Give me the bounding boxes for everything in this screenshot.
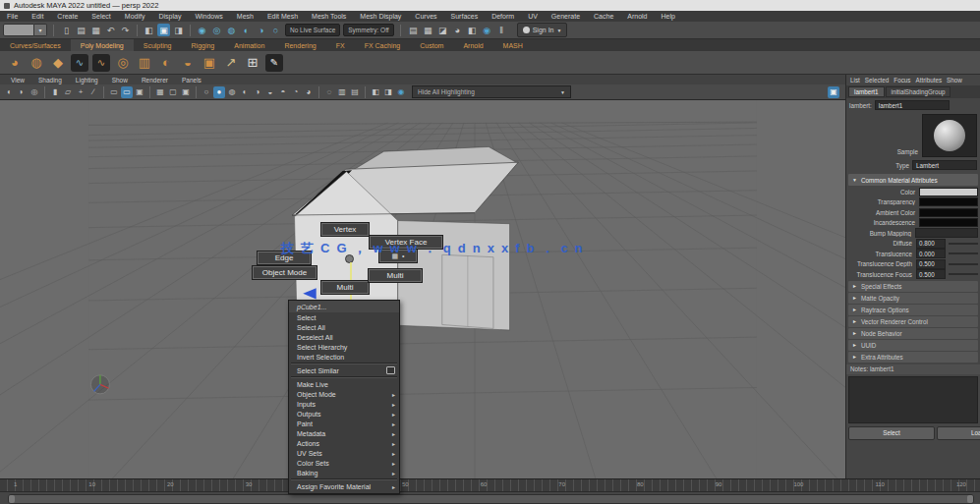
symmetry-field[interactable]: Symmetry: Off — [343, 24, 393, 36]
select-camera-icon[interactable]: ◖ — [3, 86, 15, 98]
menu-curves[interactable]: Curves — [408, 13, 443, 20]
camera-attributes-icon[interactable]: ◎ — [29, 86, 40, 98]
screen-space-ao-icon[interactable]: ◒ — [264, 86, 276, 98]
poly-gear-icon[interactable]: ◒ — [179, 54, 197, 72]
lock-camera-icon[interactable]: ◗ — [16, 86, 28, 98]
shelf-tab-curves-surfaces[interactable]: Curves/Surfaces — [0, 42, 71, 49]
viewport-dropdown[interactable]: Hide All Highlighting▼ — [412, 85, 571, 98]
section-matte-opacity[interactable]: ►Matte Opacity — [848, 293, 978, 304]
undo-icon[interactable]: ↶ — [104, 24, 117, 36]
menu-help[interactable]: Help — [655, 13, 682, 20]
use-all-lights-icon[interactable]: ◐ — [239, 86, 251, 98]
context-menu-item-outputs[interactable]: Outputs▸ — [289, 409, 399, 419]
shelf-tab-rigging[interactable]: Rigging — [182, 42, 225, 49]
attribute-field[interactable] — [915, 228, 978, 238]
context-menu-item-inputs[interactable]: Inputs▸ — [289, 399, 399, 409]
shelf-tab-rendering[interactable]: Rendering — [274, 42, 325, 49]
menu-create[interactable]: Create — [50, 13, 85, 20]
menu-surfaces[interactable]: Surfaces — [444, 13, 486, 20]
pause-icon[interactable]: ‖ — [495, 24, 508, 36]
make-object-live-icon[interactable]: ○ — [269, 24, 282, 36]
poly-sphere-icon[interactable]: ◕ — [6, 54, 24, 72]
menu-mesh-tools[interactable]: Mesh Tools — [305, 13, 353, 20]
panel-menu-lighting[interactable]: Lighting — [70, 77, 104, 84]
multi-cut-icon[interactable]: ✎ — [265, 54, 283, 72]
section-uuid[interactable]: ►UUID — [848, 340, 978, 351]
section-common-material-attributes[interactable]: ▼ Common Material Attributes — [848, 174, 978, 186]
range-slider-bar[interactable] — [8, 494, 974, 504]
section-raytrace-options[interactable]: ►Raytrace Options — [848, 305, 978, 315]
menu-select[interactable]: Select — [85, 13, 117, 20]
menu-set-selector[interactable]: ▾ — [3, 24, 47, 36]
range-slider[interactable] — [0, 491, 980, 504]
isolate-select-icon[interactable]: ◌ — [323, 86, 335, 98]
textured-icon[interactable]: ◍ — [226, 86, 238, 98]
ae-tab-initialshadinggroup[interactable]: initialShadingGroup — [886, 86, 951, 97]
context-menu-item-select[interactable]: Select — [289, 312, 399, 322]
attribute-slider[interactable] — [949, 252, 978, 254]
safe-action-icon[interactable]: ▢ — [167, 86, 179, 98]
menu-cache[interactable]: Cache — [587, 13, 620, 20]
image-plane-icon[interactable]: ▱ — [62, 86, 74, 98]
shelf-tab-custom[interactable]: Custom — [410, 42, 453, 49]
marking-menu-item-s[interactable]: Multi — [321, 281, 369, 294]
shelf-tab-sculpting[interactable]: Sculpting — [134, 42, 182, 49]
view-transform-icon[interactable]: ◉ — [395, 86, 407, 98]
menu-generate[interactable]: Generate — [545, 13, 587, 20]
heads-up-display-icon[interactable]: ▣ — [828, 86, 839, 98]
measure-tool-icon[interactable]: ↗ — [222, 54, 240, 72]
section-node-behavior[interactable]: ►Node Behavior — [848, 328, 978, 339]
poly-plane-icon[interactable]: ◆ — [49, 54, 67, 72]
new-scene-icon[interactable]: ▯ — [60, 24, 73, 36]
panel-menu-shading[interactable]: Shading — [32, 77, 68, 84]
poly-platonic-icon[interactable]: ▣ — [201, 54, 218, 72]
load-attributes-button[interactable]: Load Attributes — [937, 426, 980, 440]
panel-menu-show[interactable]: Show — [106, 77, 134, 84]
shelf-tab-fx[interactable]: FX — [326, 42, 355, 49]
option-box-icon[interactable] — [386, 366, 395, 374]
ae-menu-list[interactable]: List — [850, 77, 860, 84]
gate-mask-icon[interactable]: ▣ — [134, 86, 145, 98]
live-surface-field[interactable]: No Live Surface — [285, 24, 340, 36]
node-name-field[interactable]: lambert1 — [875, 100, 950, 110]
section-special-effects[interactable]: ►Special Effects — [848, 281, 978, 292]
context-menu-item-uv-sets[interactable]: UV Sets▸ — [289, 448, 399, 458]
context-menu-item-select-hierarchy[interactable]: Select Hierarchy — [289, 342, 399, 352]
poly-torus-icon[interactable]: ◎ — [114, 54, 132, 72]
context-menu-item-assign-favorite-material[interactable]: Assign Favorite Material▸ — [289, 481, 399, 491]
resolution-gate-icon[interactable]: ▭ — [121, 86, 133, 98]
attribute-slider[interactable] — [949, 273, 978, 275]
context-menu-item-color-sets[interactable]: Color Sets▸ — [289, 458, 399, 468]
poly-cube-icon[interactable]: ◍ — [28, 54, 45, 72]
panel-menu-view[interactable]: View — [5, 77, 30, 84]
panel-menu-renderer[interactable]: Renderer — [136, 77, 174, 84]
poly-cylinder-icon[interactable]: ▥ — [136, 54, 153, 72]
ipr-render-icon[interactable]: ◪ — [436, 24, 449, 36]
context-menu-item-invert-selection[interactable]: Invert Selection — [289, 352, 399, 362]
wireframe-icon[interactable]: ○ — [201, 86, 212, 98]
time-slider[interactable]: 1102030405060708090100110120 — [0, 478, 980, 492]
sign-in-dropdown[interactable]: Sign In ▼ — [517, 23, 568, 37]
shelf-tab-mash[interactable]: MASH — [493, 42, 533, 49]
shadows-icon[interactable]: ◑ — [252, 86, 263, 98]
context-menu-item-deselect-all[interactable]: Deselect All — [289, 332, 399, 342]
context-menu-item-baking[interactable]: Baking▸ — [289, 468, 399, 477]
marking-menu-item-sw[interactable]: Object Mode — [253, 266, 317, 279]
material-type-dropdown[interactable]: Lambert — [912, 160, 977, 170]
shelf-tab-fx-caching[interactable]: FX Caching — [355, 42, 411, 49]
color-swatch[interactable] — [919, 188, 978, 196]
menu-file[interactable]: File — [0, 13, 25, 20]
menu-windows[interactable]: Windows — [188, 13, 229, 20]
attribute-slider[interactable] — [949, 243, 978, 245]
attribute-value-field[interactable]: 0.500 — [916, 259, 946, 269]
menu-mesh[interactable]: Mesh — [230, 13, 260, 20]
menu-arnold[interactable]: Arnold — [620, 13, 654, 20]
safe-title-icon[interactable]: ▣ — [180, 86, 192, 98]
motion-blur-icon[interactable]: ◓ — [277, 86, 289, 98]
color-swatch[interactable] — [919, 208, 978, 217]
save-scene-icon[interactable]: ▦ — [89, 24, 102, 36]
field-chart-icon[interactable]: ▦ — [154, 86, 166, 98]
grease-pencil-icon[interactable]: ∕ — [87, 86, 99, 98]
attribute-value-field[interactable]: 0.000 — [916, 249, 946, 258]
notes-textarea[interactable] — [848, 376, 978, 423]
